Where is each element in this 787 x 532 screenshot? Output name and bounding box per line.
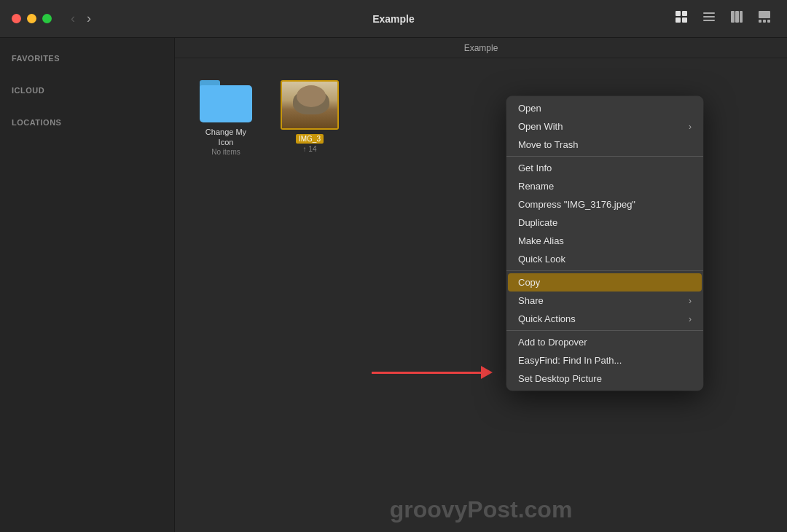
svg-rect-2 [676,17,681,23]
context-menu: Open Open With › Move to Trash Get Info … [506,96,703,391]
context-menu-quick-look[interactable]: Quick Look [506,250,703,268]
svg-rect-3 [682,17,687,23]
context-menu-copy-label: Copy [518,277,540,288]
folder-body [200,85,252,122]
sidebar-section-icloud: iCloud [0,82,174,99]
svg-rect-5 [703,16,715,17]
svg-rect-11 [759,20,761,23]
context-menu-get-info[interactable]: Get Info [506,159,703,177]
arrow-line [372,372,481,374]
main-layout: Favorites iCloud Locations Example Chang… [0,38,787,532]
context-menu-add-to-dropover[interactable]: Add to Dropover [506,333,703,351]
context-menu-share-label: Share [518,295,544,306]
context-menu-get-info-label: Get Info [518,163,552,173]
image-meta: ↑ 14 [303,145,317,153]
context-menu-easyfind[interactable]: EasyFind: Find In Path... [506,351,703,369]
context-menu-open-with[interactable]: Open With › [506,117,703,136]
image-file-item[interactable]: IMG_3 ↑ 14 [277,80,342,153]
context-menu-quick-actions-label: Quick Actions [518,313,576,324]
image-label-badge: IMG_3 [296,134,324,144]
folder-meta: No items [211,148,240,156]
svg-rect-6 [703,20,715,21]
context-menu-compress[interactable]: Compress "IMG_3176.jpeg" [506,195,703,214]
separator-1 [506,156,703,157]
context-menu-quick-actions[interactable]: Quick Actions › [506,310,703,328]
separator-3 [506,330,703,331]
context-menu-open-label: Open [518,103,541,114]
separator-2 [506,270,703,271]
context-menu-make-alias-label: Make Alias [518,235,564,246]
folder-item[interactable]: Change My Icon No items [197,80,255,156]
window-title: Example [372,13,415,25]
location-bar: Example [175,38,787,58]
sidebar-section-locations: Locations [0,114,174,131]
svg-rect-4 [703,12,715,14]
column-view-button[interactable] [726,9,748,28]
forward-button[interactable]: › [82,9,95,28]
svg-rect-1 [682,11,687,16]
context-menu-make-alias[interactable]: Make Alias [506,232,703,250]
context-menu-duplicate-label: Duplicate [518,217,557,228]
context-menu-add-to-dropover-label: Add to Dropover [518,337,587,348]
context-menu-quick-look-label: Quick Look [518,254,565,265]
content-area: Example Change My Icon No items IMG_3 ↑ … [175,38,787,532]
context-menu-duplicate[interactable]: Duplicate [506,214,703,232]
context-menu-compress-label: Compress "IMG_3176.jpeg" [518,199,635,210]
svg-rect-7 [731,11,735,23]
nav-arrows: ‹ › [66,9,95,28]
grid-view-button[interactable] [670,9,692,28]
context-menu-move-to-trash[interactable]: Move to Trash [506,136,703,154]
context-menu-open[interactable]: Open [506,99,703,117]
watermark: groovyPost.com [175,496,787,523]
context-menu-open-with-label: Open With [518,121,563,132]
quick-actions-arrow-icon: › [689,314,692,324]
titlebar: ‹ › Example [0,0,787,38]
location-label: Example [464,43,498,53]
traffic-lights [12,14,52,23]
arrow-annotation [372,366,493,379]
svg-rect-12 [763,20,766,23]
context-menu-rename-label: Rename [518,181,554,192]
close-button[interactable] [12,14,21,23]
back-button[interactable]: ‹ [66,9,79,28]
context-menu-rename[interactable]: Rename [506,177,703,195]
context-menu-copy[interactable]: Copy [508,273,702,292]
context-menu-share[interactable]: Share › [506,292,703,310]
image-thumbnail [281,80,339,130]
svg-rect-0 [676,11,681,16]
view-controls [670,9,775,28]
gallery-view-button[interactable] [753,9,775,28]
fullscreen-button[interactable] [42,14,52,23]
svg-rect-13 [767,20,770,23]
context-menu-easyfind-label: EasyFind: Find In Path... [518,355,622,366]
sidebar: Favorites iCloud Locations [0,38,175,532]
cat-image [282,82,337,128]
svg-rect-9 [740,11,743,23]
svg-rect-8 [735,11,739,23]
open-with-arrow-icon: › [689,122,692,132]
folder-name: Change My Icon [197,127,255,148]
arrow-head [481,366,493,379]
context-menu-set-desktop-label: Set Desktop Picture [518,373,602,384]
minimize-button[interactable] [27,14,36,23]
context-menu-set-desktop[interactable]: Set Desktop Picture [506,369,703,388]
share-arrow-icon: › [689,296,692,306]
svg-rect-10 [759,11,770,18]
list-view-button[interactable] [698,9,720,28]
context-menu-move-to-trash-label: Move to Trash [518,139,578,150]
folder-icon [200,80,252,122]
sidebar-section-favorites: Favorites [0,50,174,67]
